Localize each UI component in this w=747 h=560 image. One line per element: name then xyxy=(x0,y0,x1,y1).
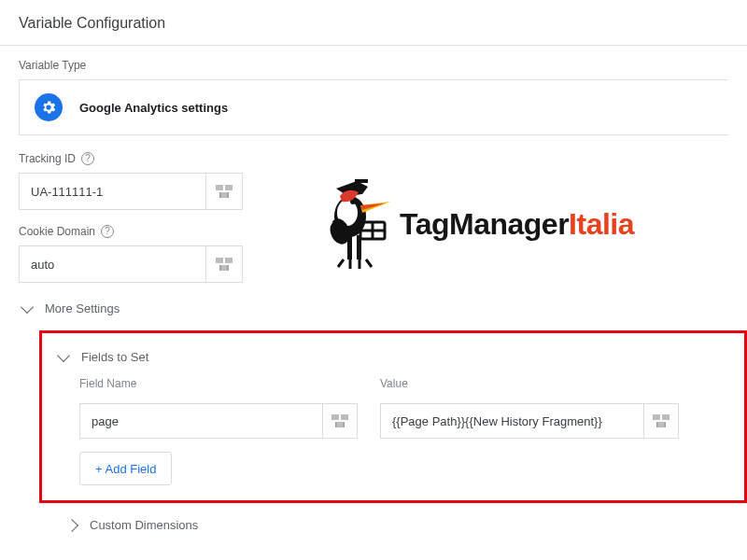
svg-rect-16 xyxy=(662,414,669,420)
variable-picker-button[interactable] xyxy=(322,403,358,439)
fields-to-set-toggle[interactable]: Fields to Set xyxy=(55,348,731,377)
variable-picker-button[interactable] xyxy=(205,245,243,283)
field-value-column: Value xyxy=(380,377,679,439)
field-value-header: Value xyxy=(380,377,679,390)
fields-to-set-label: Fields to Set xyxy=(81,350,148,364)
more-settings-toggle[interactable]: More Settings xyxy=(22,298,728,319)
tracking-id-label-text: Tracking ID xyxy=(19,152,76,165)
table-row xyxy=(380,403,679,439)
svg-rect-7 xyxy=(220,265,228,271)
field-name-header: Field Name xyxy=(79,377,358,390)
field-name-input[interactable] xyxy=(79,403,322,439)
svg-rect-17 xyxy=(657,422,665,427)
brick-icon xyxy=(331,414,348,427)
svg-rect-1 xyxy=(225,185,233,190)
gear-icon xyxy=(35,93,63,121)
brick-icon xyxy=(216,258,233,271)
svg-rect-13 xyxy=(335,422,337,427)
chevron-down-icon xyxy=(57,348,70,361)
table-row xyxy=(79,403,358,439)
more-settings-label: More Settings xyxy=(45,301,120,315)
variable-type-label-text: Variable Type xyxy=(19,59,86,72)
chevron-right-icon xyxy=(65,518,78,531)
tracking-id-label: Tracking ID ? xyxy=(19,152,728,165)
page-title: Variable Configuration xyxy=(0,0,747,46)
chevron-down-icon xyxy=(21,300,34,313)
fields-to-set-section: Fields to Set Field Name Value xyxy=(39,330,747,503)
page-title-text: Variable Configuration xyxy=(19,15,165,31)
svg-rect-6 xyxy=(225,258,233,263)
custom-dimensions-toggle[interactable]: Custom Dimensions xyxy=(67,518,728,532)
variable-picker-button[interactable] xyxy=(205,173,243,210)
variable-picker-button[interactable] xyxy=(643,403,679,439)
add-field-label: + Add Field xyxy=(95,462,156,476)
svg-rect-5 xyxy=(216,258,223,263)
svg-rect-8 xyxy=(219,265,221,271)
cookie-domain-row xyxy=(19,245,728,283)
svg-rect-10 xyxy=(331,414,339,420)
variable-type-value: Google Analytics settings xyxy=(79,101,228,115)
help-icon[interactable]: ? xyxy=(81,152,94,165)
help-icon[interactable]: ? xyxy=(101,225,114,238)
brick-icon xyxy=(216,185,233,198)
svg-rect-12 xyxy=(336,422,344,427)
fields-to-set-grid: Field Name Value xyxy=(55,377,731,439)
variable-type-label: Variable Type xyxy=(19,59,728,72)
svg-rect-15 xyxy=(653,414,660,420)
brick-icon xyxy=(653,414,669,427)
add-field-button[interactable]: + Add Field xyxy=(79,452,172,485)
tracking-id-input[interactable] xyxy=(19,173,205,210)
field-name-column: Field Name xyxy=(79,377,358,439)
cookie-domain-input[interactable] xyxy=(19,245,205,283)
cookie-domain-label-text: Cookie Domain xyxy=(19,225,95,238)
svg-rect-11 xyxy=(341,414,348,420)
svg-rect-4 xyxy=(228,192,230,198)
field-value-input[interactable] xyxy=(380,403,643,439)
svg-rect-9 xyxy=(228,265,230,271)
main-content: Variable Type Google Analytics settings … xyxy=(0,46,747,532)
custom-dimensions-label: Custom Dimensions xyxy=(90,518,198,532)
svg-rect-14 xyxy=(344,422,345,427)
svg-rect-18 xyxy=(656,422,658,427)
svg-rect-0 xyxy=(216,185,223,190)
variable-type-selector[interactable]: Google Analytics settings xyxy=(19,79,728,135)
svg-rect-19 xyxy=(665,422,667,427)
tracking-id-row xyxy=(19,173,728,210)
svg-rect-2 xyxy=(220,192,228,198)
svg-rect-3 xyxy=(219,192,221,198)
cookie-domain-label: Cookie Domain ? xyxy=(19,225,728,238)
